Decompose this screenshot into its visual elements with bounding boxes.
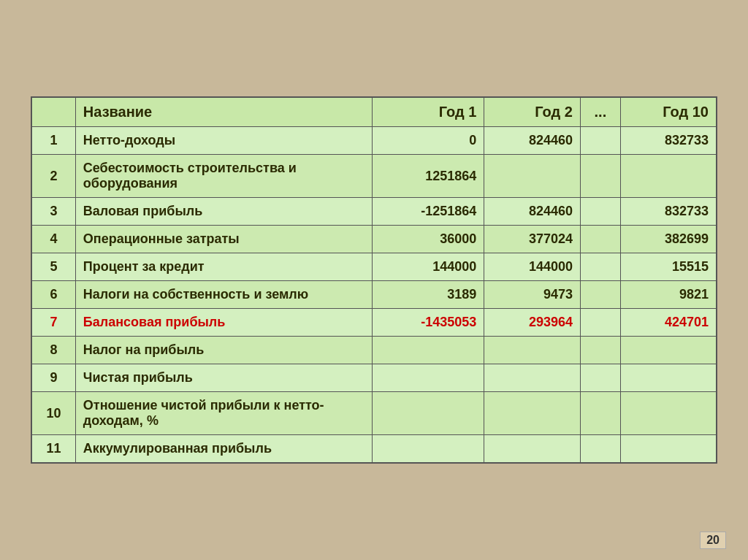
header-year1: Год 1 <box>372 97 484 127</box>
row-year10 <box>620 337 717 364</box>
row-dots <box>580 226 620 253</box>
header-year10: Год 10 <box>620 97 717 127</box>
row-name: Отношение чистой прибыли к нетто-доходам… <box>75 392 372 435</box>
row-year2 <box>484 435 581 464</box>
row-dots <box>580 337 620 364</box>
row-name: Операционные затраты <box>75 226 372 253</box>
row-year10 <box>620 435 717 464</box>
row-num: 6 <box>31 281 75 309</box>
row-year10: 15515 <box>620 253 717 281</box>
row-dots <box>580 364 620 392</box>
row-year2 <box>484 155 581 198</box>
row-dots <box>580 127 620 155</box>
row-year1 <box>372 337 484 364</box>
row-dots <box>580 155 620 198</box>
row-num: 1 <box>31 127 75 155</box>
row-year2 <box>484 337 581 364</box>
row-year1: 1251864 <box>372 155 484 198</box>
row-year1: -1435053 <box>372 309 484 337</box>
row-num: 11 <box>31 435 75 464</box>
page-number: 20 <box>700 532 726 549</box>
row-num: 4 <box>31 226 75 253</box>
row-year2 <box>484 364 581 392</box>
row-year10 <box>620 392 717 435</box>
row-year10: 832733 <box>620 198 717 226</box>
row-dots <box>580 253 620 281</box>
row-num: 7 <box>31 309 75 337</box>
row-name: Балансовая прибыль <box>75 309 372 337</box>
header-dots: ... <box>580 97 620 127</box>
header-name: Название <box>75 97 372 127</box>
row-num: 5 <box>31 253 75 281</box>
row-year10 <box>620 364 717 392</box>
row-year2: 824460 <box>484 127 581 155</box>
row-name: Налог на прибыль <box>75 337 372 364</box>
row-year10: 9821 <box>620 281 717 309</box>
row-dots <box>580 281 620 309</box>
row-year1: 0 <box>372 127 484 155</box>
row-year1: 144000 <box>372 253 484 281</box>
row-year2 <box>484 392 581 435</box>
table-container: Название Год 1 Год 2 ... Год 10 1Нетто-д… <box>16 82 732 478</box>
row-name: Себестоимость строительства и оборудован… <box>75 155 372 198</box>
row-year2: 144000 <box>484 253 581 281</box>
row-name: Процент за кредит <box>75 253 372 281</box>
row-year10 <box>620 155 717 198</box>
row-year2: 9473 <box>484 281 581 309</box>
row-dots <box>580 309 620 337</box>
row-num: 8 <box>31 337 75 364</box>
row-dots <box>580 198 620 226</box>
header-num <box>31 97 75 127</box>
row-year10: 382699 <box>620 226 717 253</box>
row-num: 2 <box>31 155 75 198</box>
row-dots <box>580 435 620 464</box>
row-year2: 377024 <box>484 226 581 253</box>
row-name: Налоги на собственность и землю <box>75 281 372 309</box>
row-year1: 36000 <box>372 226 484 253</box>
row-name: Нетто-доходы <box>75 127 372 155</box>
row-dots <box>580 392 620 435</box>
row-year1 <box>372 392 484 435</box>
row-year10: 424701 <box>620 309 717 337</box>
header-year2: Год 2 <box>484 97 581 127</box>
row-num: 9 <box>31 364 75 392</box>
row-name: Валовая прибыль <box>75 198 372 226</box>
row-year1 <box>372 364 484 392</box>
row-num: 10 <box>31 392 75 435</box>
financial-table: Название Год 1 Год 2 ... Год 10 1Нетто-д… <box>31 96 717 464</box>
row-year2: 824460 <box>484 198 581 226</box>
row-year2: 293964 <box>484 309 581 337</box>
row-year1: -1251864 <box>372 198 484 226</box>
row-num: 3 <box>31 198 75 226</box>
row-name: Аккумулированная прибыль <box>75 435 372 464</box>
row-year10: 832733 <box>620 127 717 155</box>
row-year1: 3189 <box>372 281 484 309</box>
row-name: Чистая прибыль <box>75 364 372 392</box>
row-year1 <box>372 435 484 464</box>
